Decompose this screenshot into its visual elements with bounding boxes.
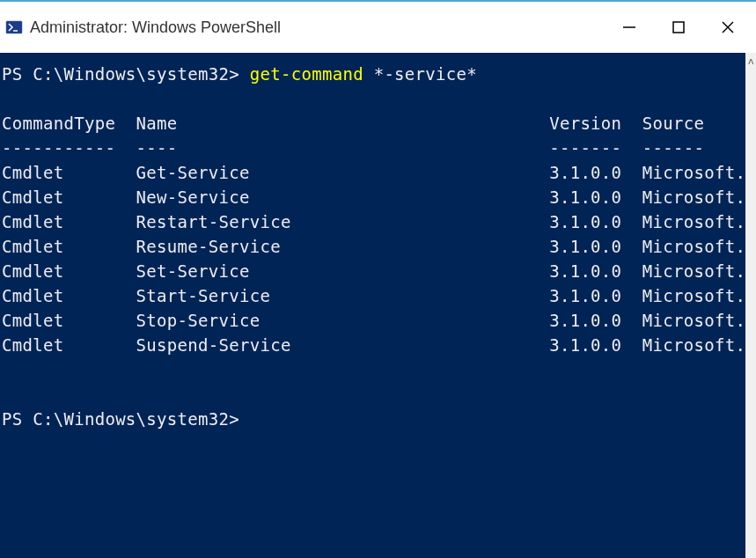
table-row: Cmdlet Restart-Service 3.1.0.0 Microsoft… bbox=[2, 212, 745, 231]
table-row: Cmdlet Start-Service 3.1.0.0 Microsoft.P… bbox=[2, 286, 745, 305]
maximize-button[interactable] bbox=[668, 17, 689, 38]
window-controls bbox=[619, 17, 751, 38]
titlebar[interactable]: Administrator: Windows PowerShell bbox=[0, 0, 756, 53]
terminal-container: PS C:\Windows\system32> get-command *-se… bbox=[0, 53, 756, 558]
svg-rect-3 bbox=[673, 22, 684, 33]
prompt-path: PS C:\Windows\system32> bbox=[2, 409, 239, 429]
table-row: Cmdlet Suspend-Service 3.1.0.0 Microsoft… bbox=[2, 335, 745, 355]
window-title: Administrator: Windows PowerShell bbox=[30, 18, 619, 37]
table-row: Cmdlet Stop-Service 3.1.0.0 Microsoft.Po… bbox=[2, 311, 745, 330]
command-name: get-command bbox=[250, 64, 363, 84]
minimize-button[interactable] bbox=[619, 17, 640, 38]
svg-rect-0 bbox=[6, 21, 22, 33]
scroll-up-button[interactable]: ʌ bbox=[745, 53, 756, 69]
table-row: Cmdlet Get-Service 3.1.0.0 Microsoft.Pow… bbox=[2, 163, 745, 182]
powershell-icon bbox=[5, 18, 23, 36]
table-row: Cmdlet Resume-Service 3.1.0.0 Microsoft.… bbox=[2, 237, 745, 256]
prompt-path: PS C:\Windows\system32> bbox=[2, 64, 239, 84]
scrollbar[interactable]: ʌ bbox=[745, 53, 756, 558]
command-argument: *-service* bbox=[374, 64, 477, 84]
column-header: CommandType Name Version Source bbox=[2, 114, 704, 133]
terminal-output[interactable]: PS C:\Windows\system32> get-command *-se… bbox=[0, 53, 745, 558]
close-button[interactable] bbox=[717, 17, 738, 38]
column-divider: ----------- ---- ------- ------ bbox=[2, 138, 704, 158]
table-row: Cmdlet New-Service 3.1.0.0 Microsoft.Pow… bbox=[2, 187, 745, 207]
table-row: Cmdlet Set-Service 3.1.0.0 Microsoft.Pow… bbox=[2, 261, 745, 281]
